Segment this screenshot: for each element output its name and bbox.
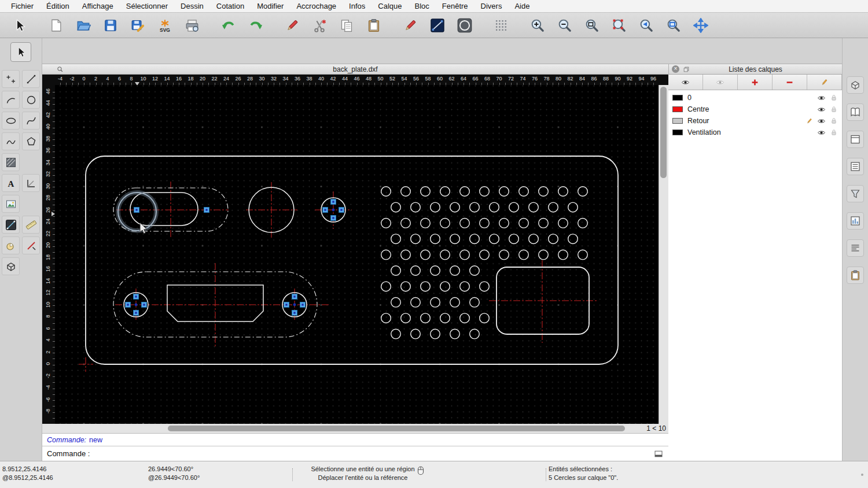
tool-hatch-button[interactable] [2,153,20,171]
menu-item-infos[interactable]: Infos [343,2,372,10]
toolbar-zoom-window-button[interactable] [661,14,686,36]
toolbar-cut-button[interactable] [307,14,332,36]
tool-line-button[interactable] [22,70,40,88]
panel-toggle-clipboard[interactable] [847,267,864,284]
toolbar-open-button[interactable] [71,14,96,36]
menu-item-accrochage[interactable]: Accrochage [290,2,343,10]
close-panel-button[interactable]: × [672,65,679,73]
layers-toolbar-pencil-button[interactable] [807,75,842,90]
menu-item-fichier[interactable]: Fichier [5,2,40,10]
document-titlebar[interactable]: back_plate.dxf [42,64,668,75]
toolbar-undo-button[interactable] [216,14,241,36]
window-icon [849,134,861,145]
panel-toggle-cube[interactable] [847,76,864,94]
toolbar-zoom-prev-button[interactable] [634,14,659,36]
layer-lock-toggle[interactable] [827,105,840,114]
layer-row-retour[interactable]: Retour [668,115,842,127]
layer-row-0[interactable]: 0 [668,92,842,103]
toolbar-zoom-in-button[interactable] [525,14,550,36]
tool-point-button[interactable] [2,70,20,88]
layer-lock-toggle[interactable] [827,93,840,102]
toolbar-svg-button[interactable]: SVG [152,14,178,36]
layer-lock-toggle[interactable] [827,128,840,137]
tool-image-button[interactable] [2,195,20,213]
menu-item-dessin[interactable]: Dessin [174,2,210,10]
menu-item-cotation[interactable]: Cotation [210,2,251,10]
v-ruler-number: 42 [45,110,51,120]
layers-toolbar-plus-red-button[interactable] [738,75,773,90]
cad-drawing[interactable] [55,85,659,424]
panel-toggle-funnel[interactable] [847,185,864,202]
tool-text-button[interactable]: A [2,174,20,192]
toolbar-new-button[interactable] [43,14,69,36]
toolbar-save-edit-button[interactable] [125,14,150,36]
tool-spline-button[interactable] [22,112,40,130]
toolbar-zoom-select-button[interactable] [606,14,632,36]
menu-item-bloc[interactable]: Bloc [408,2,435,10]
float-panel-icon[interactable] [683,66,690,73]
toolbar-pen-red2-button[interactable] [398,14,423,36]
panel-toggle-lines[interactable] [847,239,864,257]
toolbar-print-button[interactable] [179,14,205,36]
tool-dim-button[interactable] [22,174,40,192]
selection-grips[interactable] [126,199,344,316]
toolbar-dim-dark-button[interactable] [425,14,450,36]
toolbar-cursor-button[interactable] [7,14,32,36]
console-toggle-button[interactable] [652,449,665,459]
tool-delete-button[interactable] [22,236,40,254]
drawing-canvas[interactable] [55,85,659,424]
menu-item-divers[interactable]: Divers [475,2,509,10]
select-tool-button[interactable] [10,42,31,62]
menu-item-calque[interactable]: Calque [372,2,408,10]
menu-item-fenetre[interactable]: Fenêtre [436,2,475,10]
tool-circle-button[interactable] [22,91,40,109]
toolbar-save-button[interactable] [98,14,123,36]
toolbar-circle-dark-button[interactable] [452,14,477,36]
tool-ruler-button[interactable] [22,216,40,234]
layer-lock-toggle[interactable] [827,116,840,125]
tool-polygon-button[interactable] [22,132,40,150]
vertical-scrollbar-thumb[interactable] [660,87,667,178]
panel-toggle-board[interactable] [847,212,864,230]
toolbar-redo-button[interactable] [243,14,269,36]
h-ruler-number: 48 [366,76,372,82]
menu-item-affichage[interactable]: Affichage [76,2,120,10]
vertical-scrollbar[interactable] [659,85,668,424]
layers-toolbar-eye-gray-button[interactable] [703,75,738,90]
toolbar-zoom-out-button[interactable] [552,14,578,36]
layer-row-ventilation[interactable]: Ventilation [668,127,842,138]
tool-arc-button[interactable] [2,91,20,109]
tool-measure-button[interactable] [2,216,20,234]
panel-toggle-list[interactable] [847,158,864,175]
layer-visibility-toggle[interactable] [815,116,827,125]
layer-row-centre[interactable]: Centre [668,103,842,115]
v-ruler-number: 26 [45,205,51,215]
layer-visibility-toggle[interactable] [815,128,827,137]
tool-freehand-button[interactable] [2,132,20,150]
layers-panel-titlebar[interactable]: × Liste des calques [668,64,842,75]
horizontal-scrollbar-thumb[interactable] [168,426,625,431]
layers-toolbar-minus-red-button[interactable] [773,75,807,90]
panel-toggle-book[interactable] [847,103,864,121]
menu-item-modifier[interactable]: Modifier [251,2,290,10]
command-input[interactable] [93,449,652,458]
menu-item-selectionner[interactable]: Sélectionner [120,2,174,10]
layers-toolbar-eye-dark-button[interactable] [668,75,703,90]
menu-item-aide[interactable]: Aide [508,2,536,10]
tool-ellipse-button[interactable] [2,112,20,130]
horizontal-scrollbar[interactable] [55,424,642,433]
toolbar-grid-button[interactable] [488,14,514,36]
toolbar-zoom-auto-button[interactable] [579,14,605,36]
menu-item-edition[interactable]: Édition [40,2,76,10]
tool-circle-mod-button[interactable] [2,236,20,254]
tool-box3d-button[interactable] [2,257,20,275]
h-ruler-number: 94 [638,76,644,82]
panel-toggle-window[interactable] [847,131,864,148]
toolbar-copy-button[interactable] [334,14,359,36]
layer-visibility-toggle[interactable] [815,93,827,102]
app-window: FichierÉditionAffichageSélectionnerDessi… [0,0,868,488]
layer-visibility-toggle[interactable] [815,105,827,114]
toolbar-paste-button[interactable] [361,14,387,36]
toolbar-pan-button[interactable] [688,14,713,36]
toolbar-pen-red-button[interactable] [279,14,305,36]
